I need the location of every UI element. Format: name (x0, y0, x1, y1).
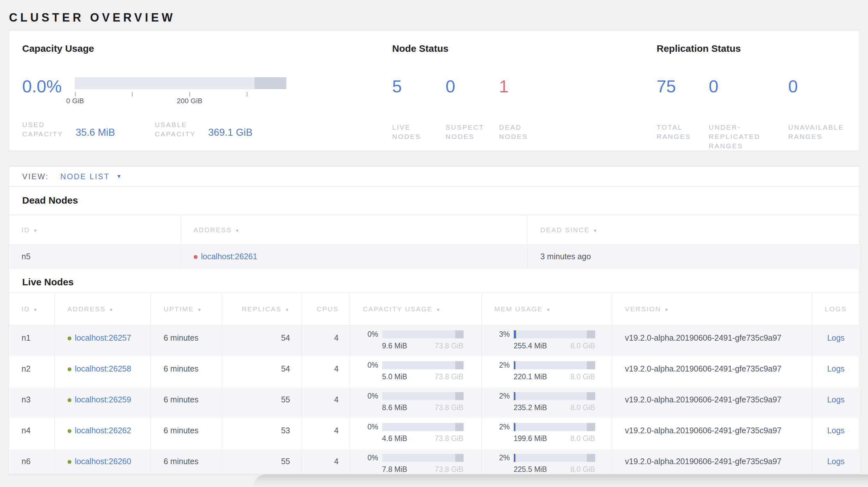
node-id-cell: n5 (9, 245, 181, 268)
stat-label-line: REPLICATED (709, 132, 788, 141)
live-nodes-heading: Live Nodes (22, 276, 859, 288)
column-header-mem-usage[interactable]: MEM USAGE▼ (481, 293, 612, 326)
column-header-uptime[interactable]: UPTIME▼ (151, 293, 222, 326)
node-address-link[interactable]: localhost:26260 (75, 457, 131, 466)
logs-cell: Logs (812, 356, 860, 387)
logs-link[interactable]: Logs (827, 457, 844, 466)
node-address-link[interactable]: localhost:26262 (75, 426, 131, 435)
column-header-replicas[interactable]: REPLICAS▼ (222, 293, 301, 326)
replicas-cell: 53 (222, 418, 301, 449)
table-row: n4localhost:262626 minutes5340%4.6 MiB73… (9, 418, 860, 449)
replicas-cell: 55 (222, 387, 301, 418)
meter-row: 0% (350, 454, 481, 462)
view-dropdown[interactable]: NODE LIST (60, 172, 110, 181)
stat-label-line: RANGES (709, 141, 788, 151)
stat-label-line: RANGES (788, 132, 844, 141)
stat-label-line: NODES (445, 132, 499, 141)
capacity-usage-cell: 0%9.6 MiB73.8 GiB (350, 326, 481, 356)
summary-stat-value: 0 (709, 77, 788, 95)
meter-used-value: 4.6 MiB (382, 434, 407, 443)
cpus-cell: 4 (301, 326, 350, 356)
dead-nodes-table: ID▼ADDRESS▼DEAD SINCE▼ n5localhost:26261… (9, 215, 860, 268)
sort-descending-icon[interactable]: ▼ (285, 307, 290, 312)
meter-percent-label: 2% (482, 392, 514, 400)
meter-total-value: 73.8 GiB (435, 342, 464, 350)
stat-label-line: CAPACITY (22, 129, 75, 139)
meter-used-value: 8.6 MiB (382, 403, 407, 412)
mem-usage-cell: 2%199.6 MiB8.0 GiB (481, 418, 612, 449)
table-row: n5localhost:262613 minutes ago (9, 245, 860, 268)
sort-descending-icon[interactable]: ▼ (593, 228, 598, 233)
summary-stat: 0UNAVAILABLERANGES (788, 77, 844, 151)
meter-used-value: 220.1 MiB (514, 372, 547, 381)
capacity-stats: USEDCAPACITY35.6 MiBUSABLECAPACITY369.1 … (22, 120, 375, 139)
meter-fill (514, 330, 516, 338)
logs-link[interactable]: Logs (827, 364, 844, 373)
uptime-cell: 6 minutes (151, 418, 222, 449)
capacity-meter (382, 361, 464, 369)
mem-meter (514, 330, 595, 338)
node-id-cell: n3 (9, 387, 54, 418)
logs-link[interactable]: Logs (827, 333, 844, 342)
meter-total-value: 8.0 GiB (570, 403, 595, 412)
summary-stat-value: 1 (499, 77, 552, 95)
version-cell: v19.2.0-alpha.20190606-2491-gfe735c9a97 (612, 356, 812, 387)
capacity-meter (382, 330, 464, 338)
stat-label-line: RANGES (657, 132, 709, 141)
replication-status-section: Replication Status 75TOTALRANGES0UNDER-R… (647, 31, 859, 151)
logs-link[interactable]: Logs (827, 426, 844, 435)
meter-used-value: 199.6 MiB (514, 434, 547, 443)
node-address-link[interactable]: localhost:26261 (201, 252, 257, 261)
stat-label-line: USED (22, 120, 75, 129)
sort-descending-icon[interactable]: ▼ (109, 307, 114, 312)
capacity-usage-title: Capacity Usage (22, 42, 375, 55)
node-address-link[interactable]: localhost:26258 (75, 364, 131, 373)
meter-dark-segment (587, 392, 595, 400)
version-cell: v19.2.0-alpha.20190606-2491-gfe735c9a97 (612, 449, 812, 474)
sort-descending-icon[interactable]: ▼ (436, 307, 441, 312)
meter-used-value: 7.8 MiB (382, 465, 407, 474)
logs-link[interactable]: Logs (827, 395, 844, 404)
chevron-down-icon[interactable]: ▼ (116, 173, 122, 180)
summary-stat: 1DEADNODES (499, 77, 552, 141)
capacity-stat: USABLECAPACITY369.1 GiB (155, 120, 253, 139)
sort-descending-icon[interactable]: ▼ (546, 307, 551, 312)
node-address-link[interactable]: localhost:26257 (75, 333, 131, 342)
column-header-label: MEM USAGE (494, 305, 543, 313)
meter-dark-segment (587, 330, 595, 338)
node-status-section: Node Status 5LIVENODES0SUSPECTNODES1DEAD… (375, 31, 647, 151)
column-header-version[interactable]: VERSION▼ (612, 293, 812, 326)
column-header-dead-since[interactable]: DEAD SINCE▼ (527, 215, 860, 245)
column-header-label: ADDRESS (68, 305, 106, 313)
column-header-address[interactable]: ADDRESS▼ (181, 215, 527, 245)
column-header-label: CAPACITY USAGE (363, 305, 433, 313)
column-header-capacity-usage[interactable]: CAPACITY USAGE▼ (350, 293, 481, 326)
column-header-address[interactable]: ADDRESS▼ (54, 293, 151, 326)
replicas-cell: 55 (222, 449, 301, 474)
column-header-label: ID (22, 226, 30, 233)
node-address-link[interactable]: localhost:26259 (75, 395, 131, 404)
stat-label-line: NODES (499, 132, 552, 141)
sort-descending-icon[interactable]: ▼ (197, 307, 203, 312)
sort-descending-icon[interactable]: ▼ (33, 228, 38, 233)
node-address-cell: localhost:26261 (181, 245, 527, 268)
node-address-cell: localhost:26259 (54, 387, 151, 418)
column-header-id[interactable]: ID▼ (9, 293, 54, 326)
meter-row: 0% (350, 423, 481, 431)
sort-descending-icon[interactable]: ▼ (33, 307, 38, 312)
sort-descending-icon[interactable]: ▼ (664, 307, 670, 312)
meter-percent-label: 2% (482, 454, 514, 462)
meter-fill (514, 361, 516, 369)
meter-dark-segment (455, 392, 463, 400)
sort-descending-icon[interactable]: ▼ (235, 228, 240, 233)
capacity-axis-tick (247, 92, 247, 97)
meter-dark-segment (587, 454, 595, 462)
meter-dark-segment (455, 423, 463, 431)
capacity-axis-tick-label: 0 GiB (66, 97, 84, 105)
meter-row: 2% (482, 454, 612, 462)
meter-row: 2% (482, 361, 612, 369)
uptime-cell: 6 minutes (151, 387, 222, 418)
meter-row: 2% (482, 423, 612, 431)
column-header-id[interactable]: ID▼ (9, 215, 181, 245)
logs-cell: Logs (812, 326, 860, 356)
